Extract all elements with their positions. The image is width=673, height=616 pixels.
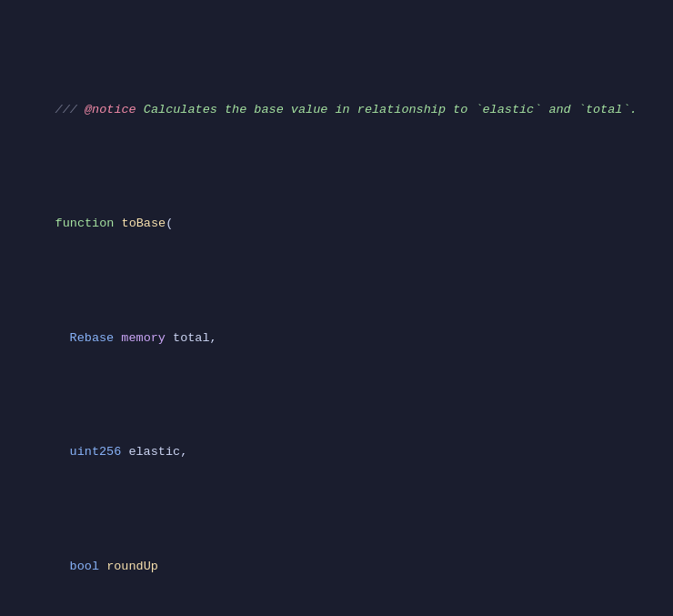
line-function-tobase: function toBase( — [0, 196, 673, 253]
code-editor: /// @notice Calculates the base value in… — [0, 0, 673, 616]
line-param-roundup: bool roundUp — [0, 539, 673, 596]
line-comment-1: /// @notice Calculates the base value in… — [0, 82, 673, 139]
line-param-total: Rebase memory total, — [0, 310, 673, 368]
line-param-elastic: uint256 elastic, — [0, 424, 673, 481]
